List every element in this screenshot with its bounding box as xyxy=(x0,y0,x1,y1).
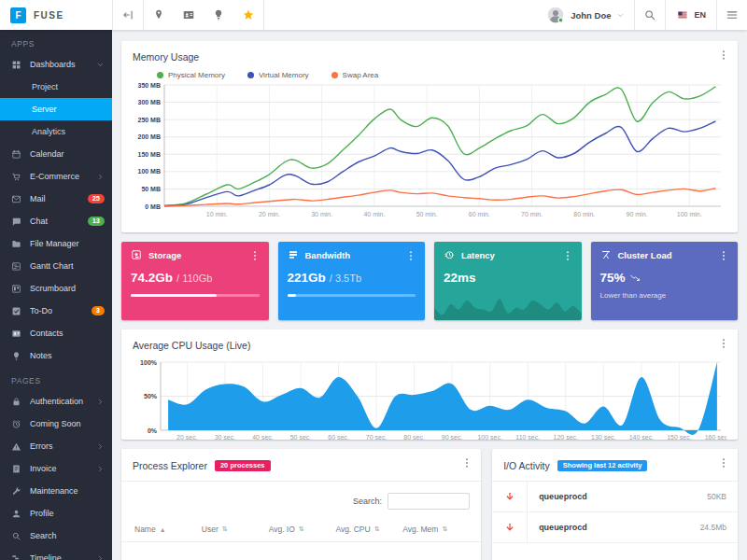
sidebar-item-todo[interactable]: To-Do 3 xyxy=(0,300,112,322)
memory-usage-menu-button[interactable] xyxy=(717,49,730,62)
storage-menu-button[interactable] xyxy=(248,249,261,262)
sidebar-item-scrumboard[interactable]: Scrumboard xyxy=(0,277,112,300)
bandwidth-title: Bandwidth xyxy=(305,250,351,260)
legend-item-swap: Swap Area xyxy=(331,71,379,79)
sidebar-item-notes[interactable]: Notes xyxy=(0,344,112,367)
legend-dot xyxy=(331,72,338,78)
io-activity-menu-button[interactable] xyxy=(717,456,730,469)
sidebar-item-profile[interactable]: Profile xyxy=(0,502,112,525)
quick-panel-button[interactable] xyxy=(717,0,747,30)
svg-text:200 MB: 200 MB xyxy=(137,133,161,140)
legend-item-physical: Physical Memory xyxy=(157,71,225,79)
app-logo[interactable]: F FUSE xyxy=(0,0,112,30)
svg-text:90 sec.: 90 sec. xyxy=(442,434,463,441)
svg-text:20 min.: 20 min. xyxy=(259,211,280,217)
shortcut-star-button[interactable] xyxy=(233,0,263,30)
svg-text:100%: 100% xyxy=(140,358,158,365)
history-clock-icon xyxy=(444,249,455,260)
user-menu-button[interactable]: John Doe xyxy=(537,0,634,30)
mail-icon xyxy=(11,194,21,204)
svg-text:50%: 50% xyxy=(144,393,158,399)
svg-text:60 min.: 60 min. xyxy=(469,211,490,217)
cluster-menu-button[interactable] xyxy=(717,249,730,262)
sidebar-item-contacts[interactable]: Contacts xyxy=(0,322,112,344)
user-avatar xyxy=(546,6,565,24)
language-menu-button[interactable]: EN xyxy=(666,0,716,30)
sidebar-item-calendar[interactable]: Calendar xyxy=(0,143,112,165)
legend-item-virtual: Virtual Memory xyxy=(247,71,309,79)
column-header-avg-mem[interactable]: Avg. Mem ⇅ xyxy=(402,525,470,534)
svg-text:350 MB: 350 MB xyxy=(137,82,161,89)
sidebar-item-label: E-Commerce xyxy=(30,172,79,181)
svg-text:0%: 0% xyxy=(148,427,158,433)
sidebar-item-label: Search xyxy=(30,531,57,540)
memory-usage-card: Memory Usage Physical Memory Virtual Mem… xyxy=(121,41,738,232)
sidebar-item-project[interactable]: Project xyxy=(0,76,112,98)
io-activity-row[interactable]: queueprocd 24.5Mb xyxy=(492,512,738,543)
sidebar-item-dashboards[interactable]: Dashboards xyxy=(0,53,112,76)
sidebar-item-label: Dashboards xyxy=(30,60,76,69)
sidebar-item-label: Scrumboard xyxy=(30,284,76,293)
sidebar-item-errors[interactable]: Errors xyxy=(0,435,112,457)
sidebar-item-label: Notes xyxy=(30,351,52,360)
process-search-input[interactable] xyxy=(388,493,470,510)
svg-text:40 min.: 40 min. xyxy=(363,211,385,217)
bandwidth-menu-button[interactable] xyxy=(404,249,417,262)
shortcut-ideas-button[interactable] xyxy=(204,0,233,30)
sidebar-item-maintenance[interactable]: Maintenance xyxy=(0,480,112,502)
logo-icon: F xyxy=(10,7,26,23)
todo-badge: 3 xyxy=(92,306,105,316)
sidebar-item-coming-soon[interactable]: Coming Soon xyxy=(0,413,112,435)
column-label: Avg. IO xyxy=(269,525,295,534)
cluster-value: 75% xyxy=(600,271,626,285)
latency-value-row: 22ms xyxy=(444,271,572,285)
sort-icon: ⇅ xyxy=(442,525,447,533)
sidebar-item-mail[interactable]: Mail 25 xyxy=(0,188,112,210)
cpu-usage-menu-button[interactable] xyxy=(717,337,730,350)
column-header-name[interactable]: Name ▲ xyxy=(134,525,202,534)
sidebar-item-analytics[interactable]: Analytics xyxy=(0,120,112,143)
sidebar-item-authentication[interactable]: Authentication xyxy=(0,390,112,413)
sidebar-item-file-manager[interactable]: File Manager xyxy=(0,232,112,255)
svg-text:70 sec.: 70 sec. xyxy=(366,434,388,441)
sidebar-fold-button[interactable] xyxy=(113,0,143,30)
sidebar-item-label: Maintenance xyxy=(30,486,78,496)
memory-chart-legend: Physical Memory Virtual Memory Swap Area xyxy=(157,71,726,79)
svg-text:10 min.: 10 min. xyxy=(206,211,228,217)
svg-text:140 sec.: 140 sec. xyxy=(629,434,655,441)
svg-text:250 MB: 250 MB xyxy=(137,117,161,123)
latency-menu-button[interactable] xyxy=(561,249,574,262)
svg-text:70 min.: 70 min. xyxy=(521,211,543,217)
calendar-icon xyxy=(11,149,21,160)
bandwidth-value-row: 221Gb / 3.5Tb xyxy=(288,271,416,285)
cluster-card-header: Cluster Load xyxy=(600,249,729,260)
sidebar-item-ecommerce[interactable]: E-Commerce xyxy=(0,165,112,188)
column-header-avg-io[interactable]: Avg. IO ⇅ xyxy=(269,525,336,534)
sidebar-item-chat[interactable]: Chat 13 xyxy=(0,210,112,232)
legend-label: Physical Memory xyxy=(168,71,225,79)
svg-text:20 sec.: 20 sec. xyxy=(176,434,198,441)
timeline-icon xyxy=(11,553,21,560)
svg-text:50 min.: 50 min. xyxy=(416,211,438,217)
shortcut-location-button[interactable] xyxy=(144,0,174,30)
io-activity-row[interactable]: queueprocd 50KB xyxy=(492,482,738,512)
shortcut-contacts-button[interactable] xyxy=(174,0,204,30)
sidebar-item-invoice[interactable]: Invoice xyxy=(0,457,112,480)
folder-icon xyxy=(11,239,21,249)
process-explorer-menu-button[interactable] xyxy=(460,456,473,469)
search-button[interactable] xyxy=(635,0,665,30)
sidebar-item-search[interactable]: Search xyxy=(0,525,112,547)
latency-card-header: Latency xyxy=(444,249,572,260)
svg-text:150 sec.: 150 sec. xyxy=(667,434,692,441)
column-header-avg-cpu[interactable]: Avg. CPU ⇅ xyxy=(335,525,402,534)
process-explorer-title: Process Explorer xyxy=(133,460,207,471)
column-header-user[interactable]: User ⇅ xyxy=(202,525,269,534)
sidebar-item-label: Calendar xyxy=(30,149,64,159)
sidebar-item-server[interactable]: Server xyxy=(0,98,112,120)
svg-text:300 MB: 300 MB xyxy=(137,99,161,105)
sidebar-item-gantt-chart[interactable]: Gantt Chart xyxy=(0,255,112,277)
io-activity-card: I/O Activity Showing last 12 activity qu… xyxy=(492,449,738,560)
sidebar-item-timeline[interactable]: Timeline xyxy=(0,547,112,560)
svg-text:80 min.: 80 min. xyxy=(573,211,595,217)
io-direction-cell xyxy=(492,482,528,511)
